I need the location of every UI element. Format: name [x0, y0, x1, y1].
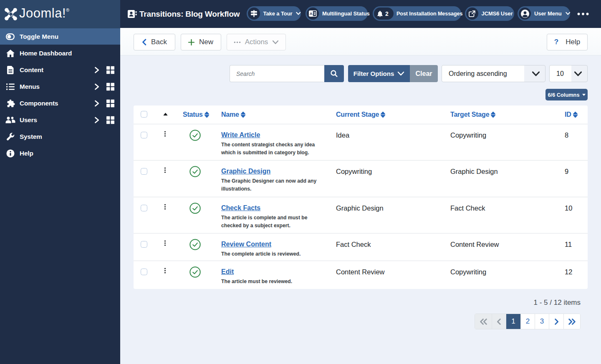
svg-text:A: A [310, 11, 313, 16]
